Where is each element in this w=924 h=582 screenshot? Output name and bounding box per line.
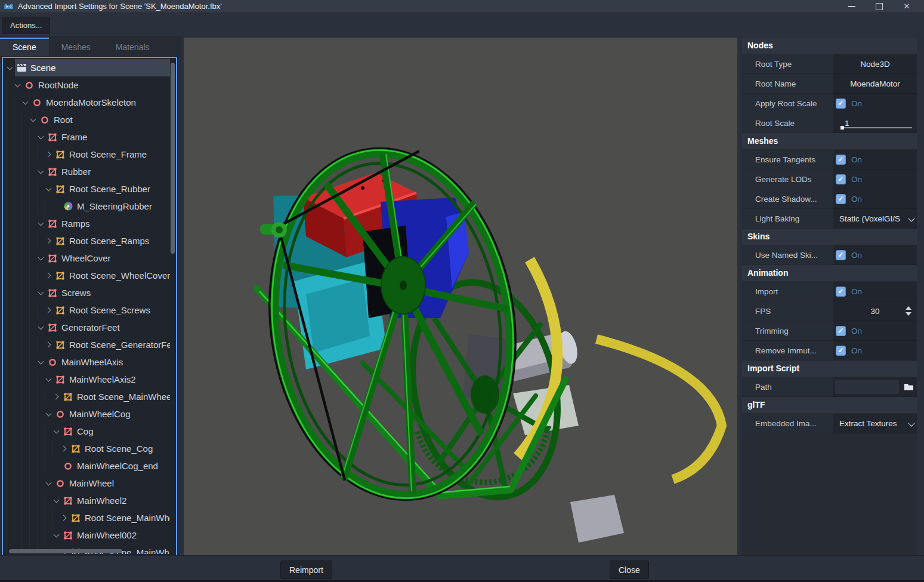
tree-guide-line xyxy=(14,353,21,371)
tree-row[interactable]: Root Scene_Frame xyxy=(3,146,170,163)
checkbox-checked-icon[interactable]: ✓ xyxy=(836,174,846,184)
tree-row[interactable]: M_SteeringRubber xyxy=(3,198,170,215)
tree-row[interactable]: MainWheelCog xyxy=(3,405,170,423)
tree-row[interactable]: RootNode xyxy=(3,76,170,94)
tree-row[interactable]: Root Scene_Screws xyxy=(3,301,170,319)
tree-row[interactable]: Root Scene_Cog xyxy=(3,440,170,457)
spinbox-value[interactable]: 30 xyxy=(833,307,917,316)
checkbox-checked-icon[interactable]: ✓ xyxy=(836,250,846,260)
expand-arrow-icon[interactable] xyxy=(52,427,61,436)
expand-arrow-icon[interactable] xyxy=(45,375,54,384)
property-value xyxy=(833,377,917,397)
tree-row[interactable]: Root xyxy=(3,111,170,128)
tree-row[interactable]: MainWheelAxis xyxy=(3,353,170,371)
godot-logo-icon xyxy=(4,3,13,10)
expand-arrow-icon[interactable] xyxy=(37,288,46,297)
expand-arrow-icon[interactable] xyxy=(45,409,54,418)
tree-row[interactable]: Root Scene_Rubber xyxy=(3,180,170,198)
collapse-arrow-icon[interactable] xyxy=(45,306,54,315)
tree-guide-line xyxy=(14,215,21,232)
tree-row[interactable]: MoendaMotorSkeleton xyxy=(3,94,170,111)
reimport-button[interactable]: Reimport xyxy=(280,561,332,579)
tree-row[interactable]: Ramps xyxy=(3,215,170,232)
collapse-arrow-icon[interactable] xyxy=(60,444,69,453)
tree-row[interactable]: Rubber xyxy=(3,163,170,180)
expand-arrow-icon[interactable] xyxy=(37,254,46,263)
expand-arrow-icon[interactable] xyxy=(37,219,46,228)
checkbox-state-label: On xyxy=(851,195,862,204)
tab-meshes[interactable]: Meshes xyxy=(49,38,103,57)
collapse-arrow-icon[interactable] xyxy=(60,513,69,522)
expand-arrow-icon[interactable] xyxy=(6,63,15,72)
tab-materials[interactable]: Materials xyxy=(103,38,162,57)
expand-arrow-icon[interactable] xyxy=(52,496,61,505)
checkbox-checked-icon[interactable]: ✓ xyxy=(836,155,846,165)
expand-arrow-icon[interactable] xyxy=(37,133,46,141)
property-text-value[interactable]: Node3D xyxy=(833,60,917,69)
expand-arrow-icon[interactable] xyxy=(37,323,46,332)
tree-row[interactable]: Cog xyxy=(3,423,170,440)
maximize-icon[interactable] xyxy=(873,2,886,11)
checkbox-checked-icon[interactable]: ✓ xyxy=(836,287,846,297)
tree-guide-line xyxy=(52,440,60,457)
tree-row[interactable]: MainWheel xyxy=(3,475,170,492)
slider-grabber[interactable] xyxy=(840,126,844,130)
expand-arrow-icon[interactable] xyxy=(37,358,46,367)
tree-row[interactable]: Root Scene_MainWhee xyxy=(3,509,170,526)
tree-row[interactable]: Root Scene_MainWheelA xyxy=(3,388,170,405)
tree-item-label: Root Scene_Frame xyxy=(69,149,147,159)
expand-arrow-icon[interactable] xyxy=(37,167,46,176)
slider-track[interactable] xyxy=(842,127,912,128)
dropdown-value[interactable]: Static (VoxelGI/S xyxy=(833,214,917,223)
minimize-icon[interactable] xyxy=(845,2,858,11)
tree-row[interactable]: Root Scene_Ramps xyxy=(3,232,170,250)
tree-row-body: WheelCover xyxy=(46,250,170,267)
tree-item-label: MainWheelCog_end xyxy=(77,461,158,471)
tree-row[interactable]: WheelCover xyxy=(3,250,170,267)
path-input[interactable] xyxy=(835,380,899,394)
collapse-arrow-icon[interactable] xyxy=(45,150,54,159)
tree-row[interactable]: MainWheelCog_end xyxy=(3,457,170,475)
expand-arrow-icon[interactable] xyxy=(45,184,54,193)
checkbox-checked-icon[interactable]: ✓ xyxy=(836,194,846,204)
dropdown-value[interactable]: Extract Textures xyxy=(833,419,917,428)
checkbox-checked-icon[interactable]: ✓ xyxy=(836,98,846,109)
tree-row[interactable]: Frame xyxy=(3,128,170,146)
actions-menu-button[interactable]: Actions... xyxy=(2,17,50,34)
property-row: Apply Root Scale✓On xyxy=(742,94,917,113)
bone-node-icon xyxy=(32,98,42,107)
checkbox-checked-icon[interactable]: ✓ xyxy=(836,326,846,336)
tab-scene[interactable]: Scene xyxy=(0,38,49,57)
3d-preview-viewport[interactable] xyxy=(184,38,737,555)
expand-arrow-icon[interactable] xyxy=(52,531,61,540)
collapse-arrow-icon[interactable] xyxy=(52,392,61,401)
tree-row[interactable]: Root Scene_WheelCover xyxy=(3,267,170,284)
close-button[interactable]: Close xyxy=(610,561,649,579)
tree-row[interactable]: MainWheelAxis2 xyxy=(3,371,170,388)
collapse-arrow-icon[interactable] xyxy=(45,340,54,349)
tree-row[interactable]: Root Scene_GeneratorFee xyxy=(3,336,170,353)
tree-row[interactable]: MainWheel002 xyxy=(3,526,170,544)
tree-guide-line xyxy=(14,111,21,128)
property-label: Root Type xyxy=(742,54,833,74)
tree-row[interactable]: GeneratorFeet xyxy=(3,319,170,336)
tree-row[interactable]: Scene xyxy=(3,59,170,76)
tree-horizontal-scrollbar[interactable] xyxy=(9,549,122,553)
expand-arrow-icon[interactable] xyxy=(21,98,30,107)
tree-row[interactable]: Screws xyxy=(3,284,170,301)
tree-guide-line xyxy=(37,267,45,284)
folder-icon[interactable] xyxy=(903,381,914,393)
spin-updown-icon[interactable] xyxy=(906,306,911,316)
tree-vertical-scrollbar[interactable] xyxy=(171,63,175,254)
close-icon[interactable]: ✕ xyxy=(900,2,913,11)
expand-arrow-icon[interactable] xyxy=(29,115,38,124)
tree-row[interactable]: MainWheel2 xyxy=(3,492,170,509)
expand-arrow-icon[interactable] xyxy=(45,479,54,488)
collapse-arrow-icon[interactable] xyxy=(45,271,54,280)
expand-arrow-icon[interactable] xyxy=(14,81,23,90)
checkbox-checked-icon[interactable]: ✓ xyxy=(836,346,846,356)
collapse-arrow-icon[interactable] xyxy=(45,236,54,245)
tree-guide-line xyxy=(14,405,21,423)
property-text-value[interactable]: MoendaMotor xyxy=(833,79,917,88)
property-label: Root Name xyxy=(742,74,833,94)
